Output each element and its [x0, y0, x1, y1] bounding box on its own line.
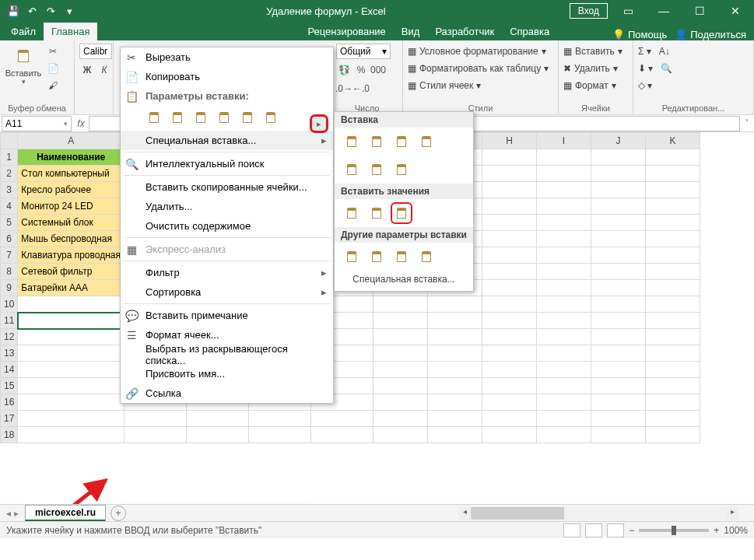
ctx-define-name[interactable]: Присвоить имя... — [121, 364, 333, 383]
tab-view[interactable]: Вид — [394, 23, 428, 40]
srow1-opt-2[interactable] — [391, 131, 412, 152]
cell-F15[interactable] — [373, 378, 428, 394]
row-header-12[interactable]: 12 — [1, 329, 18, 345]
comma-icon[interactable]: 000 — [370, 62, 386, 78]
row-header-1[interactable]: 1 — [1, 149, 18, 166]
ctx-paste-special[interactable]: Специальная вставка...▸ — [121, 131, 333, 150]
cell-H9[interactable] — [482, 280, 537, 296]
zoom-level[interactable]: 100% — [724, 525, 748, 536]
cell-G15[interactable] — [428, 378, 482, 394]
cell-K3[interactable] — [646, 182, 700, 198]
share-button[interactable]: 👤Поделиться — [675, 29, 746, 40]
cell-F14[interactable] — [373, 362, 428, 378]
cell-I4[interactable] — [537, 198, 591, 215]
cell-F16[interactable] — [373, 394, 428, 411]
srow4-opt-0[interactable] — [341, 246, 363, 268]
cell-F17[interactable] — [373, 411, 428, 427]
conditional-formatting[interactable]: ▦ Условное форматирование ▾ — [408, 44, 546, 59]
cell-I14[interactable] — [537, 362, 591, 378]
formula-expand-icon[interactable]: ˅ — [740, 118, 754, 129]
format-painter-icon[interactable]: 🖌 — [45, 78, 61, 93]
cell-K17[interactable] — [646, 411, 700, 427]
cell-K14[interactable] — [646, 362, 700, 378]
cell-H18[interactable] — [482, 427, 537, 443]
cell-I2[interactable] — [537, 166, 591, 182]
ctx-sort[interactable]: Сортировка▸ — [121, 282, 333, 302]
view-break-icon[interactable] — [607, 523, 624, 537]
srow4-opt-1[interactable] — [366, 246, 388, 268]
new-sheet-button[interactable]: + — [110, 506, 126, 521]
cell-F13[interactable] — [373, 345, 428, 362]
submenu-paste-special-link[interactable]: Специальная вставка... — [335, 271, 473, 288]
close-button[interactable]: ✕ — [720, 0, 751, 22]
cell-A7[interactable]: Клавиатура проводная — [18, 247, 124, 264]
srow3-opt-1[interactable] — [366, 202, 388, 224]
row-header-11[interactable]: 11 — [1, 313, 18, 329]
undo-icon[interactable]: ↶ — [23, 2, 40, 19]
cell-E17[interactable] — [311, 411, 373, 427]
cell-F11[interactable] — [373, 313, 428, 329]
row-header-18[interactable]: 18 — [1, 427, 18, 443]
cell-J5[interactable] — [591, 215, 646, 231]
cell-K13[interactable] — [646, 345, 700, 362]
delete-cells[interactable]: ✖ Удалить ▾ — [563, 61, 618, 76]
minimize-button[interactable]: — — [648, 0, 679, 22]
cell-J13[interactable] — [591, 345, 646, 362]
row-header-3[interactable]: 3 — [1, 182, 18, 198]
row-header-17[interactable]: 17 — [1, 411, 18, 427]
horizontal-scrollbar[interactable]: ◂▸ — [458, 507, 738, 520]
sheet-nav-prev-icon[interactable]: ◂ — [6, 508, 11, 519]
cell-K9[interactable] — [646, 280, 700, 296]
cell-K4[interactable] — [646, 198, 700, 215]
ctx-format-cells[interactable]: ☰Формат ячеек... — [121, 325, 333, 345]
cell-I6[interactable] — [537, 231, 591, 247]
paste-button[interactable]: Вставить ▾ — [5, 44, 42, 86]
cell-J7[interactable] — [591, 247, 646, 264]
row-header-2[interactable]: 2 — [1, 166, 18, 182]
cell-I11[interactable] — [537, 313, 591, 329]
srow3-opt-0[interactable] — [341, 202, 363, 224]
cell-K1[interactable] — [646, 149, 700, 166]
ctx-filter[interactable]: Фильтр▸ — [121, 263, 333, 282]
cell-K10[interactable] — [646, 296, 700, 313]
cell-I15[interactable] — [537, 378, 591, 394]
cell-H13[interactable] — [482, 345, 537, 362]
cell-J14[interactable] — [591, 362, 646, 378]
cell-G17[interactable] — [428, 411, 482, 427]
cell-I3[interactable] — [537, 182, 591, 198]
paste-option-0[interactable] — [144, 107, 164, 128]
ctx-pick-from-list[interactable]: Выбрать из раскрывающегося списка... — [121, 345, 333, 364]
cell-J6[interactable] — [591, 231, 646, 247]
cell-A14[interactable] — [18, 362, 124, 378]
col-header-H[interactable]: H — [482, 133, 537, 149]
cell-A16[interactable] — [18, 394, 124, 411]
row-header-9[interactable]: 9 — [1, 280, 18, 296]
col-header-J[interactable]: J — [591, 133, 646, 149]
cell-I17[interactable] — [537, 411, 591, 427]
cell-A5[interactable]: Системный блок — [18, 215, 124, 231]
cell-H10[interactable] — [482, 296, 537, 313]
insert-cells[interactable]: ▦ Вставить ▾ — [563, 44, 622, 59]
ctx-clear[interactable]: Очистить содержимое — [121, 216, 333, 236]
cell-A3[interactable]: Кресло рабочее — [18, 182, 124, 198]
cell-J12[interactable] — [591, 329, 646, 345]
cell-K8[interactable] — [646, 264, 700, 280]
cell-styles[interactable]: ▦ Стили ячеек ▾ — [408, 78, 481, 93]
cell-E18[interactable] — [311, 427, 373, 443]
ctx-hyperlink[interactable]: 🔗Ссылка — [121, 383, 333, 403]
cell-G16[interactable] — [428, 394, 482, 411]
cell-K15[interactable] — [646, 378, 700, 394]
srow1-opt-3[interactable] — [416, 131, 437, 152]
cell-J11[interactable] — [591, 313, 646, 329]
paste-option-4[interactable] — [237, 107, 258, 128]
cell-I9[interactable] — [537, 280, 591, 296]
cell-A17[interactable] — [18, 411, 124, 427]
cell-H7[interactable] — [482, 247, 537, 264]
cell-F10[interactable] — [373, 296, 428, 313]
cell-H14[interactable] — [482, 362, 537, 378]
row-header-6[interactable]: 6 — [1, 231, 18, 247]
cell-H6[interactable] — [482, 231, 537, 247]
srow2-opt-1[interactable] — [366, 159, 388, 180]
percent-icon[interactable]: % — [353, 62, 369, 78]
paste-option-2[interactable] — [191, 107, 211, 128]
